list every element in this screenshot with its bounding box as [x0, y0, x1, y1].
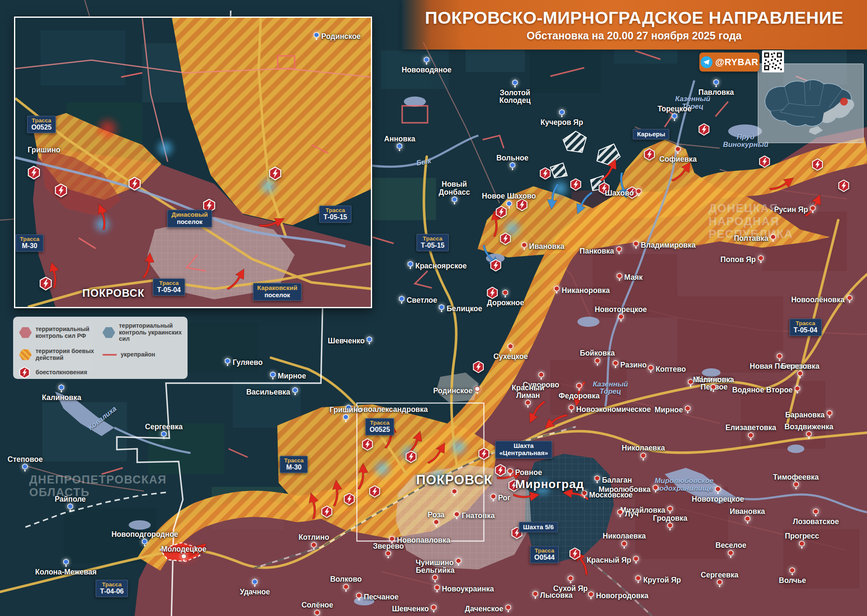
- town-label: Лозоватское: [793, 508, 839, 525]
- town-label: Даченское: [465, 604, 511, 613]
- road-badge: ТрассаМ-30: [16, 234, 44, 251]
- town-name: Родинское: [433, 387, 472, 394]
- settlement-pin-icon: [397, 143, 403, 152]
- settlement-pin-icon: [581, 490, 588, 499]
- town-label: НовыйДонбасс: [439, 180, 470, 205]
- settlement-pin-icon: [432, 575, 439, 583]
- legend-label: боестолкновения: [36, 369, 87, 376]
- settlement-pin-icon: [612, 360, 618, 369]
- town-name: Мирное: [278, 372, 306, 379]
- settlement-pin-icon: [252, 579, 258, 588]
- inset-label-layer: РодинскоеГришиноПОКРОВСКТрассаО0525Трасс…: [15, 18, 371, 307]
- poi-badge: Динасовыйпоселок: [167, 210, 212, 227]
- settlement-pin-icon: [507, 468, 514, 477]
- town-name: Волково: [330, 575, 362, 583]
- settlement-pin-icon: [313, 32, 320, 41]
- settlement-pin-icon: [635, 188, 642, 197]
- town-name: Лысовка: [540, 591, 573, 599]
- town-name: Васильевка: [246, 388, 290, 395]
- settlement-pin-icon: [63, 559, 69, 568]
- legend-swatch-line: [102, 354, 117, 356]
- town-name: НовыйДонбасс: [439, 180, 470, 196]
- town-name: Малиновка: [693, 376, 734, 384]
- legend-swatch-combat: [19, 349, 32, 360]
- settlement-pin-icon: [618, 314, 624, 323]
- road-badge: ТрассаТ-05-04: [153, 278, 185, 296]
- town-name: Воздвиженка: [784, 423, 833, 430]
- town-label: Новопавловка: [389, 536, 450, 545]
- town-label: Нововодяное: [402, 57, 452, 74]
- town-name: Волчье: [779, 577, 806, 584]
- settlement-pin-icon: [594, 475, 600, 484]
- settlement-pin-icon: [710, 384, 717, 393]
- settlement-pin-icon: [161, 431, 167, 440]
- rybar-telegram-badge[interactable]: @RYBAR: [699, 52, 759, 72]
- town-name: Московское: [589, 491, 633, 498]
- town-name: Гришино: [329, 406, 362, 414]
- town-label: Колона-Межевая: [35, 559, 97, 576]
- settlement-pin-icon: [667, 506, 673, 514]
- settlement-pin-icon: [616, 273, 623, 282]
- town-label: Молодецкое: [161, 545, 207, 562]
- river-label: Бык: [416, 157, 432, 167]
- town-name: Новогродовка: [596, 592, 649, 599]
- legend-label: укрепрайон: [121, 351, 155, 358]
- town-name: Новоукраинка: [442, 585, 494, 593]
- settlement-pin-icon: [554, 286, 560, 295]
- settlement-pin-icon: [757, 255, 764, 264]
- town-label: Лысовка: [532, 591, 573, 599]
- settlement-pin-icon: [748, 432, 754, 441]
- town-name: Веселое: [715, 541, 746, 549]
- town-name: Нововодяное: [402, 66, 452, 74]
- settlement-pin-icon: [671, 113, 678, 122]
- town-name: Шевченко: [328, 337, 364, 345]
- settlement-pin-icon: [58, 384, 65, 393]
- poi-badge: Шахта 5/6: [519, 522, 558, 533]
- town-name: Софиевка: [659, 155, 696, 163]
- town-label: Новоторецкое: [692, 486, 744, 503]
- town-name: Бельгийка: [416, 566, 454, 574]
- river-label: Ковалиха: [87, 405, 118, 431]
- road-badge: ТрассаМ-30: [280, 456, 308, 473]
- road-badge: ТрассаТ-04-06: [96, 580, 128, 597]
- town-label: Новоукраинка: [434, 584, 494, 593]
- settlement-pin-icon: [509, 162, 516, 171]
- settlement-pin-icon: [224, 358, 231, 367]
- settlement-pin-icon: [648, 365, 654, 373]
- settlement-pin-icon: [474, 386, 480, 395]
- town-label: Новое Шахово: [482, 192, 536, 209]
- settlement-pin-icon: [456, 558, 462, 567]
- settlement-pin-icon: [311, 541, 317, 550]
- town-label: КрасныйЛиман: [512, 384, 544, 408]
- inset-map-pokrovsk: РодинскоеГришиноПОКРОВСКТрассаО0525Трасс…: [14, 17, 372, 308]
- town-label: Родинское: [313, 32, 361, 41]
- settlement-pin-icon: [588, 591, 594, 600]
- settlement-pin-icon: [813, 508, 819, 517]
- town-label: Кучеров Яр: [541, 109, 583, 126]
- town-name: Белицкое: [447, 305, 482, 312]
- town-label: Владимировка: [632, 241, 696, 250]
- town-label: Новоэкономическое: [568, 405, 651, 414]
- town-label: Крутой Яр: [635, 575, 681, 584]
- town-label: Сергеевка: [145, 423, 183, 439]
- town-label: Удачное: [240, 579, 270, 596]
- town-label: Николаевка: [622, 444, 665, 461]
- town-label: Калиновка: [42, 384, 81, 401]
- road-badge: ТрассаО0525: [27, 116, 56, 133]
- town-label: Луч: [617, 509, 638, 518]
- town-label: Малиновка: [693, 376, 734, 393]
- town-label: Новоолёновка: [791, 295, 853, 304]
- settlement-pin-icon: [538, 372, 544, 381]
- town-name: Павловка: [699, 88, 734, 96]
- town-name: Новоторецкое: [692, 495, 744, 503]
- settlement-pin-icon: [640, 453, 646, 461]
- settlement-pin-icon: [512, 80, 518, 88]
- town-label: Чунишино: [416, 558, 462, 567]
- qr-code[interactable]: [762, 50, 784, 72]
- town-name: Барановка: [785, 411, 825, 418]
- town-label: Мирное: [654, 405, 691, 414]
- legend-item: территория боевых действий: [19, 348, 101, 361]
- town-name: Новоэкономическое: [576, 405, 651, 413]
- town-name: Новопавловка: [397, 536, 450, 544]
- poi-badge: Карьеры: [633, 129, 669, 140]
